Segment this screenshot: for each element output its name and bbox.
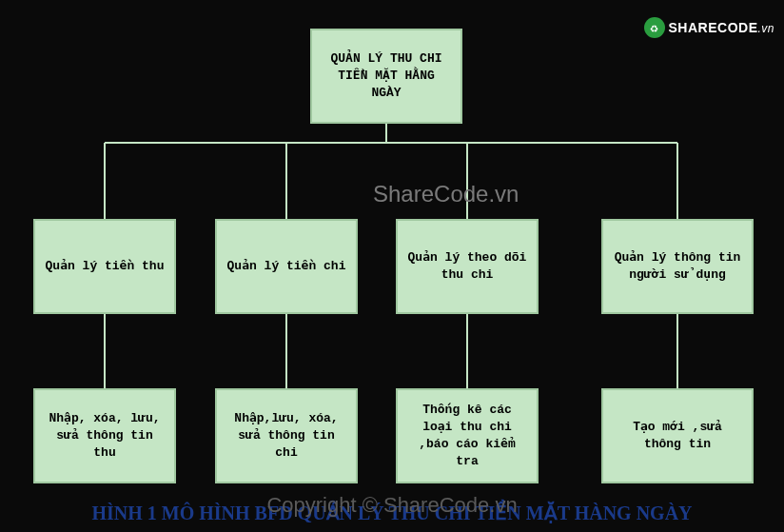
watermark-center: ShareCode.vn (373, 181, 519, 207)
connector-lines (0, 0, 784, 532)
watermark-copyright: Copyright © ShareCode.vn (266, 493, 517, 518)
